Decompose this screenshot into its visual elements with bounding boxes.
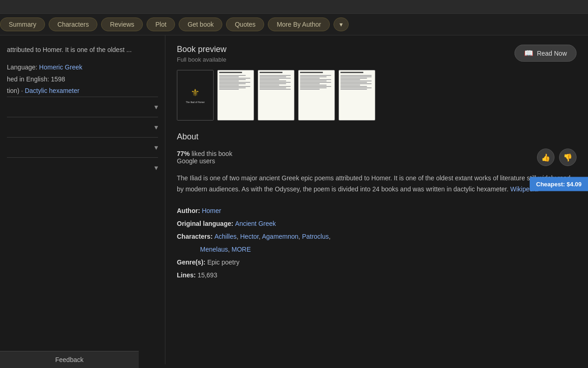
thumbs-up-button[interactable]: 👍 <box>537 149 554 166</box>
thumbnail-page-1[interactable] <box>258 70 294 121</box>
thumbnail-page-2[interactable] <box>298 70 335 121</box>
book-preview-title: Book preview <box>177 45 226 54</box>
tab-get-book[interactable]: Get book <box>179 17 222 31</box>
book-details: Author: Homer Original language: Ancient… <box>177 204 577 282</box>
characters-patroclus[interactable]: Patroclus <box>302 233 328 240</box>
book-icon: 📖 <box>524 49 533 58</box>
original-language-value[interactable]: Ancient Greek <box>235 220 276 227</box>
about-title: About <box>177 132 577 142</box>
tab-plot[interactable]: Plot <box>147 17 175 31</box>
tab-quotes[interactable]: Quotes <box>226 17 264 31</box>
published-row: hed in English: 1598 <box>7 74 158 85</box>
expand-icon-4: ▾ <box>154 163 158 172</box>
thumbnail-page-3[interactable] <box>339 70 375 121</box>
characters-more[interactable]: MORE <box>232 246 251 253</box>
rating-percent: 77% <box>177 150 190 157</box>
rating-label-text: liked this book <box>192 150 232 157</box>
language-row: Language: Homeric Greek <box>7 62 158 73</box>
expandable-row-4[interactable]: ▾ <box>7 157 158 178</box>
characters-menelaus[interactable]: Menelaus <box>200 246 228 253</box>
thumb-buttons: 👍 👎 <box>537 149 577 166</box>
read-now-button[interactable]: 📖 Read Now <box>514 45 577 62</box>
lines-value: 15,693 <box>198 271 217 279</box>
right-panel: Book preview Full book available 📖 Read … <box>165 35 588 364</box>
left-panel: attributed to Homer. It is one of the ol… <box>0 35 165 364</box>
tab-summary[interactable]: Summary <box>0 17 45 31</box>
feedback-button[interactable]: Feedback <box>0 351 139 364</box>
rating-source: Google users <box>177 157 215 165</box>
thumb-cover-title: The Iliad of Homer <box>186 101 204 104</box>
author-row: Author: Homer <box>177 204 577 217</box>
book-description: attributed to Homer. It is one of the ol… <box>7 45 158 55</box>
thumbnail-cover[interactable]: ⚜ The Iliad of Homer <box>177 70 214 121</box>
main-content: attributed to Homer. It is one of the ol… <box>0 35 588 364</box>
expand-icon-3: ▾ <box>154 143 158 152</box>
expand-icon-2: ▾ <box>154 123 158 132</box>
thumbs-down-icon: 👎 <box>563 153 572 162</box>
expandable-row-2[interactable]: ▾ <box>7 117 158 137</box>
original-language-row: Original language: Ancient Greek <box>177 217 577 230</box>
characters-label: Characters: <box>177 233 215 240</box>
wreath-icon: ⚜ <box>191 87 200 99</box>
expandable-row-1[interactable]: ▾ <box>7 97 158 117</box>
lines-row: Lines: 15,693 <box>177 269 577 282</box>
book-meta: Language: Homeric Greek hed in English: … <box>7 62 158 97</box>
book-preview-header: Book preview Full book available 📖 Read … <box>177 45 577 63</box>
expandable-row-3[interactable]: ▾ <box>7 137 158 157</box>
genre-row: Genre(s): Epic poetry <box>177 256 577 269</box>
lines-label: Lines: <box>177 271 198 279</box>
published-year: 1598 <box>51 75 65 83</box>
characters-achilles[interactable]: Achilles <box>215 233 237 240</box>
published-label: hed in English: <box>7 75 49 83</box>
nav-tabs: Summary Characters Reviews Plot Get book… <box>0 14 588 35</box>
description-paragraph: The Iliad is one of two major ancient Gr… <box>177 173 577 195</box>
tab-characters[interactable]: Characters <box>49 17 97 31</box>
characters-agamemnon[interactable]: Agamemnon <box>262 233 298 240</box>
description-text: attributed to Homer. It is one of the ol… <box>7 46 132 53</box>
full-book-label: Full book available <box>177 56 226 63</box>
rating-row: 77% liked this book Google users 👍 👎 <box>177 149 577 166</box>
language-link[interactable]: Homeric Greek <box>39 63 82 71</box>
tab-reviews[interactable]: Reviews <box>101 17 143 31</box>
book-preview-info: Book preview Full book available <box>177 45 226 63</box>
expand-icon-1: ▾ <box>154 103 158 111</box>
genre-value: Epic poetry <box>207 259 239 266</box>
meter-prefix: tion) · <box>7 87 25 94</box>
thumbs-up-icon: 👍 <box>541 153 550 162</box>
original-language-label: Original language: <box>177 220 235 227</box>
book-thumbnails: ⚜ The Iliad of Homer <box>177 70 577 121</box>
thumbnail-titlepage[interactable] <box>217 70 254 121</box>
about-section: About 77% liked this book Google users 👍… <box>177 132 577 282</box>
top-bar <box>0 0 588 14</box>
tab-more-by-author[interactable]: More By Author <box>268 17 330 31</box>
genre-label: Genre(s): <box>177 259 207 266</box>
thumbs-down-button[interactable]: 👎 <box>559 149 577 166</box>
rating-info: 77% liked this book Google users <box>177 150 232 165</box>
author-label: Author: <box>177 207 202 214</box>
read-now-label: Read Now <box>537 50 567 57</box>
more-tabs-button[interactable]: ▾ <box>334 17 349 31</box>
cheapest-badge[interactable]: Cheapest: $4.09 <box>530 177 588 191</box>
meter-link[interactable]: Dactylic hexameter <box>25 87 79 94</box>
characters-hector[interactable]: Hector <box>240 233 259 240</box>
author-value[interactable]: Homer <box>202 207 221 214</box>
characters-row: Characters: Achilles, Hector, Agamemnon,… <box>177 230 577 256</box>
meter-row: tion) · Dactylic hexameter <box>7 85 158 97</box>
